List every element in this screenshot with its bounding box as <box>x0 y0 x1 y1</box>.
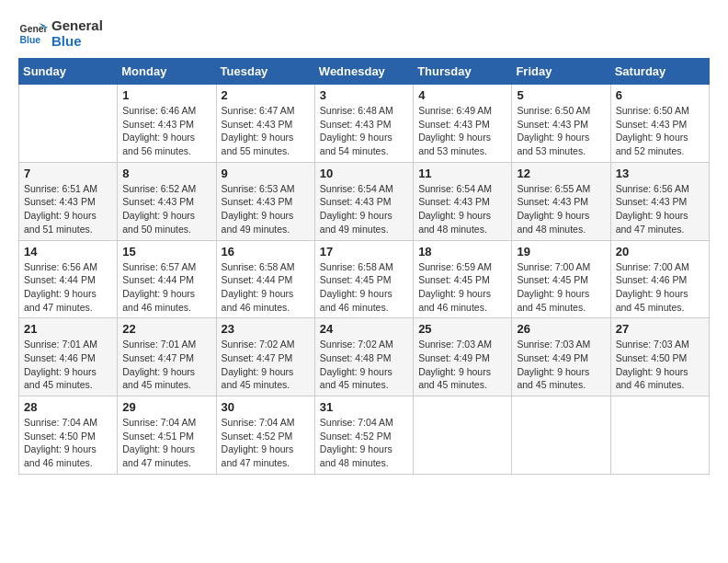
calendar-header-row: SundayMondayTuesdayWednesdayThursdayFrid… <box>19 59 710 85</box>
calendar-cell: 12Sunrise: 6:55 AM Sunset: 4:43 PM Dayli… <box>512 162 610 240</box>
day-number: 26 <box>517 322 605 336</box>
calendar-cell: 8Sunrise: 6:52 AM Sunset: 4:43 PM Daylig… <box>118 162 216 240</box>
calendar-cell: 20Sunrise: 7:00 AM Sunset: 4:46 PM Dayli… <box>610 240 709 318</box>
calendar-cell: 17Sunrise: 6:58 AM Sunset: 4:45 PM Dayli… <box>314 240 413 318</box>
day-info: Sunrise: 7:04 AM Sunset: 4:51 PM Dayligh… <box>122 416 210 470</box>
day-info: Sunrise: 6:53 AM Sunset: 4:43 PM Dayligh… <box>222 182 310 236</box>
day-info: Sunrise: 6:55 AM Sunset: 4:43 PM Dayligh… <box>517 182 605 236</box>
calendar-cell: 4Sunrise: 6:49 AM Sunset: 4:43 PM Daylig… <box>414 85 512 163</box>
logo-blue: Blue <box>51 34 103 50</box>
calendar-cell: 23Sunrise: 7:02 AM Sunset: 4:47 PM Dayli… <box>216 318 314 396</box>
calendar-cell <box>414 396 512 475</box>
day-info: Sunrise: 6:59 AM Sunset: 4:45 PM Dayligh… <box>418 260 506 315</box>
day-number: 4 <box>418 88 506 102</box>
calendar-week-2: 7Sunrise: 6:51 AM Sunset: 4:43 PM Daylig… <box>19 162 710 240</box>
calendar-cell: 18Sunrise: 6:59 AM Sunset: 4:45 PM Dayli… <box>414 240 512 318</box>
calendar-cell: 14Sunrise: 6:56 AM Sunset: 4:44 PM Dayli… <box>19 240 118 318</box>
day-info: Sunrise: 6:57 AM Sunset: 4:44 PM Dayligh… <box>122 260 210 315</box>
day-number: 30 <box>222 400 310 414</box>
day-number: 28 <box>24 400 112 414</box>
calendar-cell: 21Sunrise: 7:01 AM Sunset: 4:46 PM Dayli… <box>19 318 118 396</box>
calendar-cell: 16Sunrise: 6:58 AM Sunset: 4:44 PM Dayli… <box>216 240 314 318</box>
day-number: 21 <box>24 322 112 336</box>
day-number: 31 <box>320 400 408 414</box>
calendar-cell: 10Sunrise: 6:54 AM Sunset: 4:43 PM Dayli… <box>314 162 413 240</box>
day-number: 19 <box>517 245 605 259</box>
page-header: General Blue General Blue <box>18 18 710 49</box>
day-info: Sunrise: 7:04 AM Sunset: 4:50 PM Dayligh… <box>24 416 112 470</box>
calendar-cell: 15Sunrise: 6:57 AM Sunset: 4:44 PM Dayli… <box>118 240 216 318</box>
day-info: Sunrise: 7:02 AM Sunset: 4:48 PM Dayligh… <box>320 338 408 392</box>
day-number: 24 <box>320 322 408 336</box>
day-info: Sunrise: 7:03 AM Sunset: 4:49 PM Dayligh… <box>517 338 605 392</box>
day-number: 18 <box>418 245 506 259</box>
day-number: 2 <box>222 88 310 102</box>
calendar-cell: 22Sunrise: 7:01 AM Sunset: 4:47 PM Dayli… <box>118 318 216 396</box>
day-info: Sunrise: 6:48 AM Sunset: 4:43 PM Dayligh… <box>320 104 408 158</box>
logo-general: General <box>51 18 103 34</box>
day-number: 22 <box>122 322 210 336</box>
svg-text:Blue: Blue <box>20 34 41 44</box>
day-number: 13 <box>616 167 704 180</box>
day-info: Sunrise: 7:00 AM Sunset: 4:46 PM Dayligh… <box>616 260 704 315</box>
day-number: 7 <box>24 167 112 180</box>
day-info: Sunrise: 6:50 AM Sunset: 4:43 PM Dayligh… <box>616 104 704 158</box>
calendar-week-5: 28Sunrise: 7:04 AM Sunset: 4:50 PM Dayli… <box>19 396 710 475</box>
day-info: Sunrise: 7:04 AM Sunset: 4:52 PM Dayligh… <box>320 416 408 470</box>
day-info: Sunrise: 6:58 AM Sunset: 4:44 PM Dayligh… <box>222 260 310 315</box>
calendar-cell: 28Sunrise: 7:04 AM Sunset: 4:50 PM Dayli… <box>19 396 118 475</box>
day-info: Sunrise: 7:00 AM Sunset: 4:45 PM Dayligh… <box>517 260 605 315</box>
header-tuesday: Tuesday <box>216 59 314 85</box>
header-sunday: Sunday <box>19 59 118 85</box>
calendar-cell: 27Sunrise: 7:03 AM Sunset: 4:50 PM Dayli… <box>610 318 709 396</box>
day-info: Sunrise: 6:50 AM Sunset: 4:43 PM Dayligh… <box>517 104 605 158</box>
day-info: Sunrise: 7:03 AM Sunset: 4:49 PM Dayligh… <box>418 338 506 392</box>
calendar-cell: 26Sunrise: 7:03 AM Sunset: 4:49 PM Dayli… <box>512 318 610 396</box>
day-number: 14 <box>24 245 112 259</box>
day-info: Sunrise: 7:01 AM Sunset: 4:47 PM Dayligh… <box>122 338 210 392</box>
day-info: Sunrise: 7:01 AM Sunset: 4:46 PM Dayligh… <box>24 338 112 392</box>
calendar-cell: 11Sunrise: 6:54 AM Sunset: 4:43 PM Dayli… <box>414 162 512 240</box>
day-info: Sunrise: 6:47 AM Sunset: 4:43 PM Dayligh… <box>222 104 310 158</box>
header-saturday: Saturday <box>610 59 709 85</box>
header-monday: Monday <box>118 59 216 85</box>
calendar-cell: 25Sunrise: 7:03 AM Sunset: 4:49 PM Dayli… <box>414 318 512 396</box>
header-friday: Friday <box>512 59 610 85</box>
day-info: Sunrise: 6:49 AM Sunset: 4:43 PM Dayligh… <box>418 104 506 158</box>
day-info: Sunrise: 6:58 AM Sunset: 4:45 PM Dayligh… <box>320 260 408 315</box>
header-thursday: Thursday <box>414 59 512 85</box>
calendar-week-3: 14Sunrise: 6:56 AM Sunset: 4:44 PM Dayli… <box>19 240 710 318</box>
calendar-cell: 7Sunrise: 6:51 AM Sunset: 4:43 PM Daylig… <box>19 162 118 240</box>
day-number: 27 <box>616 322 704 336</box>
day-number: 17 <box>320 245 408 259</box>
logo: General Blue General Blue <box>18 18 103 49</box>
logo-icon: General Blue <box>18 19 48 49</box>
day-info: Sunrise: 7:02 AM Sunset: 4:47 PM Dayligh… <box>222 338 310 392</box>
header-wednesday: Wednesday <box>314 59 413 85</box>
calendar-week-4: 21Sunrise: 7:01 AM Sunset: 4:46 PM Dayli… <box>19 318 710 396</box>
day-number: 25 <box>418 322 506 336</box>
day-number: 12 <box>517 167 605 180</box>
calendar-cell <box>19 85 118 163</box>
day-info: Sunrise: 6:46 AM Sunset: 4:43 PM Dayligh… <box>122 104 210 158</box>
day-info: Sunrise: 6:52 AM Sunset: 4:43 PM Dayligh… <box>122 182 210 236</box>
calendar-cell: 30Sunrise: 7:04 AM Sunset: 4:52 PM Dayli… <box>216 396 314 475</box>
calendar-cell: 6Sunrise: 6:50 AM Sunset: 4:43 PM Daylig… <box>610 85 709 163</box>
calendar-cell: 9Sunrise: 6:53 AM Sunset: 4:43 PM Daylig… <box>216 162 314 240</box>
day-number: 15 <box>122 245 210 259</box>
day-info: Sunrise: 6:54 AM Sunset: 4:43 PM Dayligh… <box>320 182 408 236</box>
calendar-cell: 31Sunrise: 7:04 AM Sunset: 4:52 PM Dayli… <box>314 396 413 475</box>
calendar-cell: 29Sunrise: 7:04 AM Sunset: 4:51 PM Dayli… <box>118 396 216 475</box>
day-number: 8 <box>122 167 210 180</box>
day-number: 3 <box>320 88 408 102</box>
day-info: Sunrise: 7:03 AM Sunset: 4:50 PM Dayligh… <box>616 338 704 392</box>
day-number: 16 <box>222 245 310 259</box>
calendar-cell <box>610 396 709 475</box>
day-info: Sunrise: 6:51 AM Sunset: 4:43 PM Dayligh… <box>24 182 112 236</box>
calendar-table: SundayMondayTuesdayWednesdayThursdayFrid… <box>18 58 710 475</box>
calendar-week-1: 1Sunrise: 6:46 AM Sunset: 4:43 PM Daylig… <box>19 85 710 163</box>
day-number: 9 <box>222 167 310 180</box>
day-info: Sunrise: 6:56 AM Sunset: 4:43 PM Dayligh… <box>616 182 704 236</box>
calendar-cell: 1Sunrise: 6:46 AM Sunset: 4:43 PM Daylig… <box>118 85 216 163</box>
day-info: Sunrise: 6:54 AM Sunset: 4:43 PM Dayligh… <box>418 182 506 236</box>
